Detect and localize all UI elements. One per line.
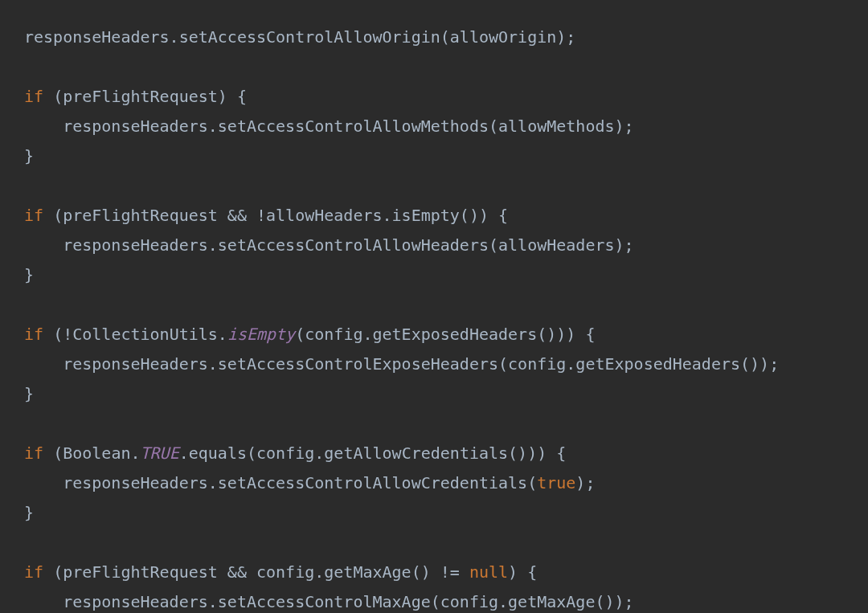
code-line: if (preFlightRequest && !allowHeaders.is…	[24, 206, 508, 225]
code-line: if (Boolean.TRUE.equals(config.getAllowC…	[24, 443, 566, 463]
keyword-if: if	[24, 443, 43, 463]
keyword-if: if	[24, 87, 43, 106]
keyword-if: if	[24, 325, 43, 344]
code-line: }	[24, 503, 34, 522]
code-line: responseHeaders.setAccessControlAllowMet…	[24, 116, 634, 136]
code-editor[interactable]: responseHeaders.setAccessControlAllowOri…	[0, 0, 868, 613]
code-line: responseHeaders.setAccessControlMaxAge(c…	[24, 592, 634, 611]
code-line: if (preFlightRequest) {	[24, 87, 247, 106]
code-line: responseHeaders.setAccessControlAllowCre…	[24, 473, 595, 492]
code-line: responseHeaders.setAccessControlExposeHe…	[24, 354, 779, 374]
static-field: TRUE	[141, 443, 179, 463]
code-text: (preFlightRequest) {	[43, 87, 247, 106]
code-line: responseHeaders.setAccessControlAllowOri…	[24, 27, 575, 47]
code-text: responseHeaders.setAccessControlAllowCre…	[24, 473, 537, 492]
keyword-if: if	[24, 206, 43, 225]
code-line: }	[24, 384, 34, 403]
code-line: if (!CollectionUtils.isEmpty(config.getE…	[24, 325, 595, 344]
code-text: (!CollectionUtils.	[43, 325, 227, 344]
code-text: ) {	[508, 562, 537, 582]
static-method: isEmpty	[227, 325, 295, 344]
code-text: );	[575, 473, 595, 492]
code-text: (Boolean.	[43, 443, 140, 463]
keyword-if: if	[24, 562, 43, 582]
code-text: (preFlightRequest && !allowHeaders.isEmp…	[43, 206, 508, 225]
keyword-null: null	[469, 562, 508, 582]
code-text: (preFlightRequest && config.getMaxAge() …	[43, 562, 469, 582]
code-line: responseHeaders.setAccessControlAllowHea…	[24, 235, 634, 255]
code-line: if (preFlightRequest && config.getMaxAge…	[24, 562, 537, 582]
code-line: }	[24, 265, 34, 284]
code-text: .equals(config.getAllowCredentials())) {	[179, 443, 567, 463]
code-text: (config.getExposedHeaders())) {	[295, 325, 595, 344]
keyword-true: true	[537, 473, 575, 492]
code-line: }	[24, 146, 34, 166]
